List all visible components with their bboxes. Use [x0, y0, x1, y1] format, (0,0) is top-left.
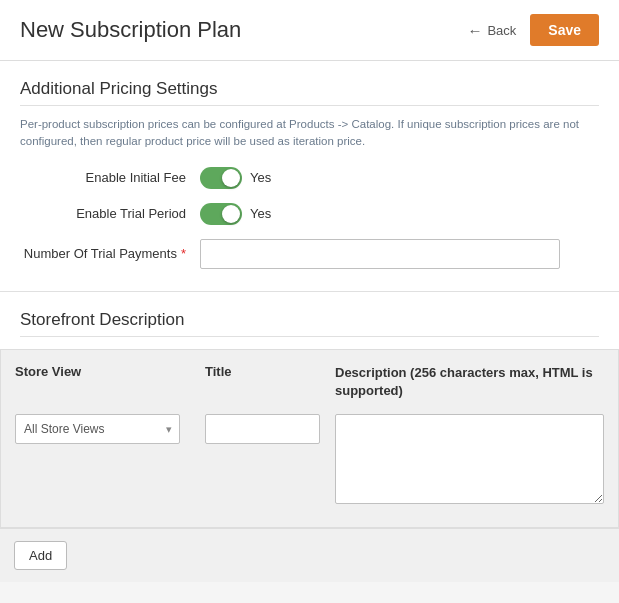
add-button-row: Add — [0, 528, 619, 582]
col-title-cell — [205, 414, 335, 444]
page-title: New Subscription Plan — [20, 17, 241, 43]
number-of-trial-payments-input[interactable] — [200, 239, 560, 269]
storefront-table-row: All Store Views ▾ — [15, 414, 604, 507]
col-desc-cell — [335, 414, 604, 507]
enable-trial-period-toggle-wrapper: Yes — [200, 203, 271, 225]
description-textarea[interactable] — [335, 414, 604, 504]
number-of-trial-payments-row: Number Of Trial Payments* — [20, 237, 599, 271]
enable-trial-period-toggle[interactable] — [200, 203, 242, 225]
enable-trial-period-label: Enable Trial Period — [20, 206, 200, 221]
number-of-trial-payments-label: Number Of Trial Payments* — [20, 246, 200, 261]
enable-initial-fee-row: Enable Initial Fee Yes — [20, 165, 599, 191]
store-view-select-wrapper: All Store Views ▾ — [15, 414, 180, 444]
enable-initial-fee-toggle-wrapper: Yes — [200, 167, 271, 189]
main-content: Additional Pricing Settings Per-product … — [0, 61, 619, 582]
col-store-view-cell: All Store Views ▾ — [15, 414, 205, 444]
back-link[interactable]: ← Back — [467, 22, 516, 39]
required-star: * — [181, 246, 186, 261]
store-view-select[interactable]: All Store Views — [15, 414, 180, 444]
storefront-table-header: Store View Title Description (256 charac… — [15, 364, 604, 404]
back-arrow-icon: ← — [467, 22, 482, 39]
header-actions: ← Back Save — [467, 14, 599, 46]
additional-pricing-title: Additional Pricing Settings — [20, 79, 599, 106]
storefront-table-area: Store View Title Description (256 charac… — [0, 349, 619, 528]
toggle-thumb — [222, 169, 240, 187]
enable-trial-period-row: Enable Trial Period Yes — [20, 201, 599, 227]
col-title-header: Title — [205, 364, 335, 379]
storefront-section-title: Storefront Description — [20, 310, 599, 337]
enable-trial-period-value: Yes — [250, 206, 271, 221]
additional-pricing-section: Additional Pricing Settings Per-product … — [0, 61, 619, 292]
enable-initial-fee-label: Enable Initial Fee — [20, 170, 200, 185]
col-desc-header: Description (256 characters max, HTML is… — [335, 364, 604, 400]
add-button[interactable]: Add — [14, 541, 67, 570]
save-button[interactable]: Save — [530, 14, 599, 46]
info-text: Per-product subscription prices can be c… — [20, 116, 599, 151]
back-label: Back — [487, 23, 516, 38]
enable-initial-fee-toggle[interactable] — [200, 167, 242, 189]
toggle-thumb-2 — [222, 205, 240, 223]
storefront-section: Storefront Description Store View Title … — [0, 292, 619, 582]
title-input[interactable] — [205, 414, 320, 444]
col-store-view-header: Store View — [15, 364, 205, 379]
page-header: New Subscription Plan ← Back Save — [0, 0, 619, 61]
enable-initial-fee-value: Yes — [250, 170, 271, 185]
